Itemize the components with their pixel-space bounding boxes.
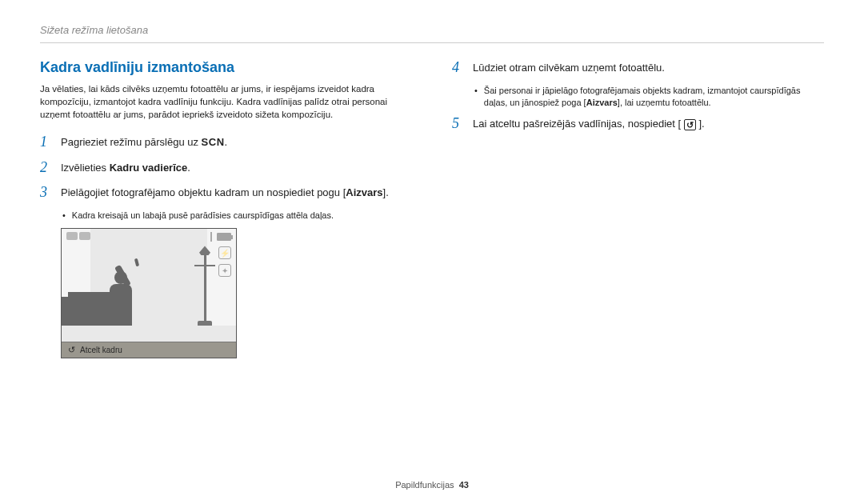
- step-text-part: ].: [696, 118, 705, 130]
- manual-page: Sižeta režīma lietošana Kadra vadlīniju …: [0, 0, 864, 374]
- step-1: 1 Pagrieziet režīmu pārslēgu uz SCN.: [40, 134, 412, 151]
- page-footer: Papildfunkcijas 43: [0, 480, 864, 490]
- step-3: 3 Pielāgojiet fotografējamo objektu kadr…: [40, 184, 412, 202]
- step-number: 2: [40, 159, 53, 177]
- step-5: 5 Lai atceltu pašreizējās vadlīnijas, no…: [452, 115, 824, 133]
- bullet-dot: •: [62, 210, 66, 222]
- content-columns: Kadra vadlīniju izmantošana Ja vēlaties,…: [40, 59, 824, 358]
- back-icon: ↺: [68, 345, 75, 355]
- intro-paragraph: Ja vēlaties, lai kāds cilvēks uzņemtu fo…: [40, 82, 412, 121]
- note-text-part: ], lai uzņemtu fotoattēlu.: [618, 98, 711, 107]
- step-text-part: Pagrieziet režīmu pārslēgu uz: [61, 136, 202, 148]
- footer-label: Papildfunkcijas: [395, 480, 454, 490]
- note-text: Kadra kreisajā un labajā pusē parādīsies…: [72, 210, 334, 222]
- step-bold: Aizvars: [346, 186, 382, 198]
- column-right: 4 Lūdziet otram cilvēkam uzņemt fotoattē…: [452, 59, 824, 358]
- steps-left: 1 Pagrieziet režīmu pārslēgu uz SCN. 2 I…: [40, 134, 412, 358]
- step-number: 5: [452, 115, 465, 133]
- step-text: Lūdziet otram cilvēkam uzņemt fotoattēlu…: [473, 59, 665, 76]
- note-text: Šai personai ir jāpielāgo fotografējamai…: [484, 85, 824, 110]
- section-title: Kadra vadlīniju izmantošana: [40, 59, 412, 76]
- step-4: 4 Lūdziet otram cilvēkam uzņemt fotoattē…: [452, 59, 824, 77]
- step-text-part: Izvēlieties: [61, 162, 110, 174]
- bullet-dot: •: [474, 85, 478, 110]
- step-number: 4: [452, 59, 465, 77]
- note-bold: Aizvars: [586, 98, 618, 107]
- step-number: 1: [40, 134, 53, 151]
- step-text-part: ].: [383, 186, 389, 198]
- step-2: 2 Izvēlieties Kadru vadierīce.: [40, 159, 412, 177]
- camera-bottom-bar: ↺ Atcelt kadru: [62, 342, 236, 358]
- silhouette-lamppost: [194, 246, 217, 326]
- footer-page-number: 43: [459, 480, 469, 490]
- camera-preview-illustration: ⚡ ✦ ↺: [61, 228, 237, 358]
- silhouette-person: [102, 252, 146, 326]
- step-text: Izvēlieties Kadru vadierīce.: [61, 159, 190, 176]
- step-text-part: .: [187, 162, 190, 174]
- step-number: 3: [40, 184, 53, 202]
- step-text-part: Lai atceltu pašreizējās vadlīnijas, nosp…: [473, 118, 684, 130]
- step-text-part: Pielāgojiet fotografējamo objektu kadram…: [61, 186, 346, 198]
- step-bold: Kadru vadierīce: [110, 162, 188, 174]
- step-text: Lai atceltu pašreizējās vadlīnijas, nosp…: [473, 115, 705, 132]
- step-3-note: • Kadra kreisajā un labajā pusē parādīsi…: [62, 210, 412, 222]
- return-icon: ↺: [684, 119, 696, 130]
- cancel-frame-label: Atcelt kadru: [80, 346, 122, 354]
- step-text: Pagrieziet režīmu pārslēgu uz SCN.: [61, 134, 227, 150]
- step-text: Pielāgojiet fotografējamo objektu kadram…: [61, 184, 389, 201]
- step-text-part: Lūdziet otram cilvēkam uzņemt fotoattēlu…: [473, 62, 665, 74]
- camera-viewfinder: [62, 229, 236, 342]
- page-header: Sižeta režīma lietošana: [40, 24, 824, 43]
- step-4-note: • Šai personai ir jāpielāgo fotografējam…: [474, 85, 824, 110]
- scn-mode-icon: SCN: [202, 136, 225, 148]
- step-text-part: .: [225, 136, 228, 148]
- column-left: Kadra vadlīniju izmantošana Ja vēlaties,…: [40, 59, 412, 358]
